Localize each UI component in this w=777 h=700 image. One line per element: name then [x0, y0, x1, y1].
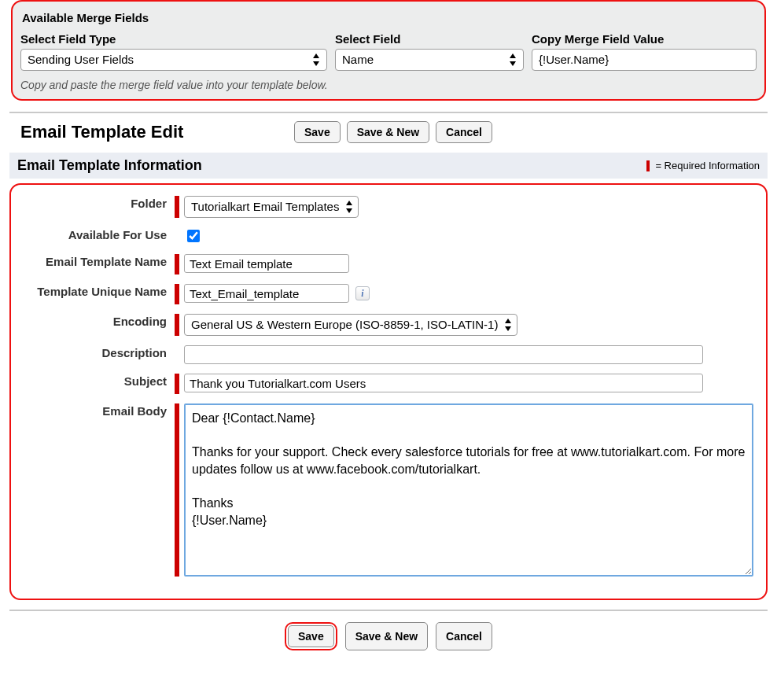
required-indicator-icon: [175, 196, 179, 218]
encoding-label: Encoding: [19, 314, 175, 330]
email-body-label: Email Body: [19, 403, 175, 419]
required-indicator-icon: [175, 374, 179, 394]
save-button[interactable]: Save: [294, 121, 341, 143]
folder-select[interactable]: Tutorialkart Email Templates: [184, 196, 359, 218]
save-and-new-button[interactable]: Save & New: [345, 622, 428, 650]
select-field-label: Select Field: [335, 32, 524, 46]
select-field-type-label: Select Field Type: [20, 32, 327, 46]
encoding-value: General US & Western Europe (ISO-8859-1,…: [191, 318, 498, 331]
chevron-sort-icon: [507, 53, 518, 67]
select-field-value: Name: [342, 53, 374, 66]
copy-merge-label: Copy Merge Field Value: [532, 32, 757, 46]
email-body-textarea[interactable]: [184, 403, 753, 577]
unique-name-label: Template Unique Name: [19, 284, 175, 300]
select-field[interactable]: Name: [335, 49, 524, 71]
save-and-new-button[interactable]: Save & New: [347, 121, 429, 143]
required-indicator-icon: [175, 403, 179, 577]
folder-label: Folder: [19, 196, 175, 212]
required-indicator-icon: [175, 314, 179, 336]
required-note: = Required Information: [646, 160, 760, 172]
info-icon[interactable]: i: [355, 286, 370, 300]
select-field-type[interactable]: Sending User Fields: [20, 49, 327, 71]
save-button[interactable]: Save: [288, 625, 334, 647]
description-input[interactable]: [184, 345, 703, 364]
section-title: Email Template Information: [17, 157, 202, 174]
copy-merge-value[interactable]: {!User.Name}: [532, 49, 757, 71]
unique-name-input[interactable]: [184, 284, 349, 303]
page-title: Email Template Edit: [13, 122, 280, 142]
available-label: Available For Use: [19, 227, 175, 243]
template-form: Folder Tutorialkart Email Templates Avai…: [9, 183, 768, 600]
chevron-sort-icon: [344, 200, 355, 214]
available-checkbox[interactable]: [187, 230, 200, 242]
merge-hint: Copy and paste the merge field value int…: [20, 79, 757, 91]
merge-fields-panel: Available Merge Fields Select Field Type…: [11, 0, 766, 101]
subject-input[interactable]: [184, 374, 703, 392]
edit-header: Email Template Edit Save Save & New Canc…: [9, 112, 768, 153]
template-name-input[interactable]: [184, 254, 349, 273]
cancel-button[interactable]: Cancel: [436, 622, 492, 650]
required-indicator-icon: [175, 284, 179, 304]
template-name-label: Email Template Name: [19, 254, 175, 270]
section-heading: Email Template Information = Required In…: [9, 153, 768, 179]
merge-fields-title: Available Merge Fields: [20, 8, 757, 32]
select-field-type-value: Sending User Fields: [28, 53, 134, 66]
subject-label: Subject: [19, 374, 175, 389]
required-indicator-icon: [646, 160, 650, 171]
folder-value: Tutorialkart Email Templates: [191, 200, 339, 213]
encoding-select[interactable]: General US & Western Europe (ISO-8859-1,…: [184, 314, 517, 336]
required-indicator-icon: [175, 254, 179, 274]
footer-buttons: Save Save & New Cancel: [9, 610, 768, 661]
cancel-button[interactable]: Cancel: [436, 121, 492, 143]
chevron-sort-icon: [503, 318, 514, 332]
description-label: Description: [19, 345, 175, 361]
chevron-sort-icon: [311, 53, 322, 67]
